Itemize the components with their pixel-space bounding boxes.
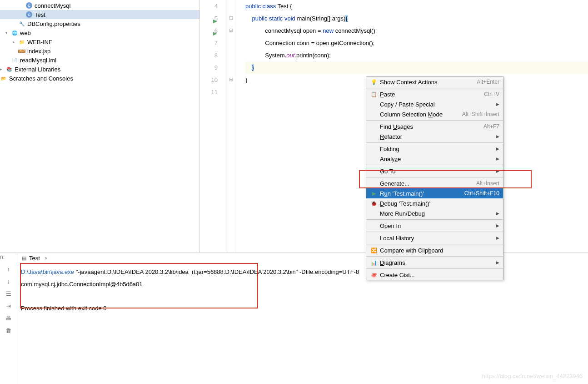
fold-icon[interactable]: ⊟ [229,27,233,33]
tree-label: Scratches and Consoles [9,75,73,82]
menu-generate[interactable]: Generate...Alt+Insert [366,178,503,188]
chevron-right-icon: ▶ [496,211,499,216]
run-tab[interactable]: ▤Test× [17,253,52,264]
bulb-icon: 💡 [370,79,378,85]
tree-item-connectmysql[interactable]: CconnectMysql [0,1,199,10]
menu-open-in[interactable]: Open In▶ [366,221,503,231]
menu-separator [366,244,503,244]
menu-more-run[interactable]: More Run/Debug▶ [366,208,503,218]
wrap-icon[interactable]: ⇥ [6,303,11,309]
chevron-right-icon: ▶ [496,169,499,173]
menu-column-mode[interactable]: Column Selection ModeAlt+Shift+Insert [366,109,503,119]
tree-item-webinf[interactable]: ▸📁WEB-INF [0,37,199,46]
chevron-right-icon: ▶ [496,223,499,228]
fold-icon[interactable]: ⊟ [229,15,233,21]
menu-diagrams[interactable]: 📊Diagrams▶ [366,258,503,268]
menu-run[interactable]: ▶Run 'Test.main()'Ctrl+Shift+F10 [366,188,503,198]
menu-context-actions[interactable]: 💡Show Context ActionsAlt+Enter [366,77,503,87]
tree-item-dbconfig[interactable]: 🔧DBConfig.properties [0,19,199,28]
menu-separator [366,219,503,220]
menu-separator [366,177,503,177]
menu-local-history[interactable]: Local History▶ [366,233,503,243]
chevron-right-icon: ▶ [496,147,499,151]
menu-separator [366,88,503,88]
tree-label: DBConfig.properties [27,20,80,27]
chevron-right-icon: ▶ [496,260,499,265]
menu-debug[interactable]: 🐞Debug 'Test.main()' [366,198,503,208]
menu-goto[interactable]: Go To▶ [366,166,503,176]
print-icon[interactable]: 🖶 [5,315,11,322]
stop-icon[interactable]: ↓ [7,278,10,285]
menu-paste[interactable]: 📋PasteCtrl+V [366,89,503,99]
chevron-right-icon: ▶ [496,134,499,139]
tree-label: connectMysql [35,2,70,9]
menu-compare[interactable]: 🔀Compare with Clipboard [366,245,503,255]
bug-icon: 🐞 [370,201,378,207]
fold-column: ⊟ ⊟ ⊟ [227,0,236,253]
tree-label: External Libraries [15,66,60,73]
context-menu: 💡Show Context ActionsAlt+Enter 📋PasteCtr… [366,76,503,280]
tree-item-indexjsp[interactable]: JSPindex.jsp [0,46,199,56]
watermark: https://blog.csdn.net/weixin_44223946 [482,373,583,379]
diagram-icon: 📊 [370,260,378,266]
github-icon: 🐙 [370,272,378,278]
trash-icon[interactable]: 🗑 [5,327,11,334]
close-tab-icon[interactable]: × [45,255,48,262]
menu-separator [366,268,503,269]
chevron-right-icon: ▶ [496,102,499,106]
menu-refactor[interactable]: Refactor▶ [366,131,503,141]
tree-item-web[interactable]: ▾🌐web [0,28,199,37]
menu-folding[interactable]: Folding▶ [366,144,503,154]
compare-icon: 🔀 [370,248,378,253]
tree-item-readmysql[interactable]: 📄readMysql.iml [0,56,199,65]
menu-separator [366,232,503,232]
menu-analyze[interactable]: Analyze▶ [366,154,503,164]
menu-separator [366,165,503,165]
fold-icon[interactable]: ⊟ [229,76,233,82]
project-tree: CconnectMysql CTest 🔧DBConfig.properties… [0,0,200,253]
run-toolbar: ↑ ↓ ☰ ⇥ 🖶 🗑 [0,253,17,384]
menu-copy-special[interactable]: Copy / Paste Special▶ [366,99,503,109]
rerun-icon[interactable]: ↑ [7,266,10,273]
tree-item-extlib[interactable]: ▸📚External Libraries [0,65,199,74]
menu-separator [366,120,503,121]
play-icon: ▶ [370,191,378,197]
tree-label: readMysql.iml [20,57,56,64]
menu-find-usages[interactable]: Find UsagesAlt+F7 [366,121,503,131]
layout-icon[interactable]: ☰ [6,290,11,297]
tree-label: Test [35,11,45,18]
chevron-right-icon: ▶ [496,157,499,161]
tree-label: index.jsp [27,48,50,55]
menu-gist[interactable]: 🐙Create Gist... [366,270,503,280]
run-label: n: [0,254,5,260]
tree-label: web [20,30,31,36]
paste-icon: 📋 [370,91,378,97]
tree-item-scratch[interactable]: 📂Scratches and Consoles [0,74,199,83]
line-gutter: 4 5▶ 6▶ 7 8 9 10 11 [200,0,227,253]
tree-label: WEB-INF [27,39,52,45]
menu-separator [366,142,503,143]
chevron-right-icon: ▶ [496,236,499,240]
tree-item-test[interactable]: CTest [0,10,199,19]
test-icon: ▤ [22,255,26,261]
menu-separator [366,256,503,257]
